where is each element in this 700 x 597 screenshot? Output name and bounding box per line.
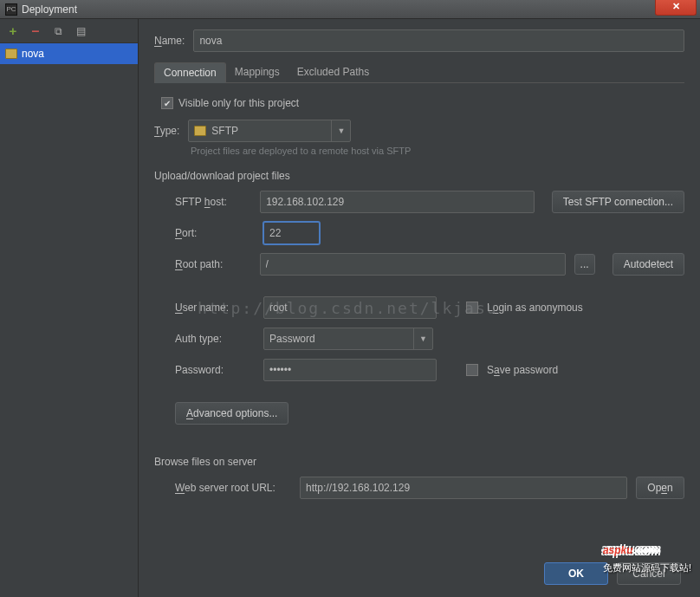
name-input[interactable] bbox=[193, 29, 684, 52]
type-select[interactable]: SFTP ▼ bbox=[188, 120, 351, 142]
name-label: Name: bbox=[154, 35, 185, 47]
cancel-button[interactable]: Cancel bbox=[617, 562, 681, 585]
title-bar: PC Deployment ✕ bbox=[0, 0, 700, 19]
sidebar-toolbar: + – ⧉ ▤ bbox=[0, 19, 138, 43]
remove-icon[interactable]: – bbox=[29, 25, 42, 37]
server-icon bbox=[5, 49, 17, 59]
save-password-checkbox[interactable] bbox=[466, 364, 478, 376]
sftp-host-input[interactable] bbox=[260, 191, 535, 213]
copy-icon[interactable]: ⧉ bbox=[52, 25, 64, 37]
dialog-footer: OK Cancel bbox=[544, 562, 681, 585]
anonymous-label: Login as anonymous bbox=[487, 302, 583, 314]
sidebar: + – ⧉ ▤ nova bbox=[0, 19, 139, 597]
type-hint: Project files are deployed to a remote h… bbox=[191, 146, 684, 156]
auth-type-label: Auth type: bbox=[175, 333, 255, 345]
type-value: SFTP bbox=[211, 125, 238, 137]
run-icon[interactable]: ▤ bbox=[75, 25, 87, 37]
test-connection-button[interactable]: Test SFTP connection... bbox=[552, 191, 684, 213]
password-label: Password: bbox=[175, 364, 255, 376]
advanced-options-button[interactable]: Advanced options... bbox=[175, 402, 288, 425]
tree-item-nova[interactable]: nova bbox=[0, 43, 138, 64]
tree-item-label: nova bbox=[22, 48, 44, 60]
tab-connection[interactable]: Connection bbox=[154, 62, 226, 83]
username-input[interactable] bbox=[263, 296, 437, 319]
port-label: Port: bbox=[175, 227, 255, 239]
sftp-icon bbox=[194, 126, 206, 136]
root-path-input[interactable] bbox=[260, 253, 566, 276]
web-url-label: Web server root URL: bbox=[175, 482, 291, 494]
browse-section-title: Browse files on server bbox=[154, 456, 684, 468]
autodetect-button[interactable]: Autodetect bbox=[612, 253, 684, 276]
port-input[interactable] bbox=[263, 222, 320, 244]
anonymous-checkbox[interactable] bbox=[466, 302, 478, 314]
browse-root-button[interactable]: ... bbox=[574, 254, 595, 275]
web-url-input[interactable] bbox=[300, 477, 627, 499]
tab-excluded-paths[interactable]: Excluded Paths bbox=[288, 62, 378, 82]
auth-type-select[interactable]: Password ▼ bbox=[263, 328, 433, 350]
root-path-label: Root path: bbox=[175, 258, 251, 270]
app-icon: PC bbox=[5, 3, 17, 16]
open-url-button[interactable]: Open bbox=[636, 477, 684, 499]
type-label: Type: bbox=[154, 125, 179, 137]
main-panel: Name: Connection Mappings Excluded Paths… bbox=[139, 19, 700, 597]
upload-section-title: Upload/download project files bbox=[154, 170, 684, 182]
sftp-host-label: SFTP host: bbox=[175, 196, 251, 208]
chevron-down-icon: ▼ bbox=[413, 328, 432, 349]
close-button[interactable]: ✕ bbox=[655, 0, 697, 16]
tab-mappings[interactable]: Mappings bbox=[226, 62, 288, 82]
tabs: Connection Mappings Excluded Paths bbox=[154, 62, 684, 83]
save-password-label: Save password bbox=[487, 364, 558, 376]
password-input[interactable] bbox=[263, 359, 437, 381]
chevron-down-icon: ▼ bbox=[331, 120, 350, 141]
auth-type-value: Password bbox=[269, 333, 315, 345]
ok-button[interactable]: OK bbox=[544, 562, 608, 585]
visible-only-checkbox[interactable] bbox=[161, 97, 173, 109]
visible-only-label: Visible only for this project bbox=[178, 97, 299, 109]
add-icon[interactable]: + bbox=[7, 25, 19, 37]
username-label: User name: bbox=[175, 302, 255, 314]
window-title: Deployment bbox=[22, 3, 77, 16]
